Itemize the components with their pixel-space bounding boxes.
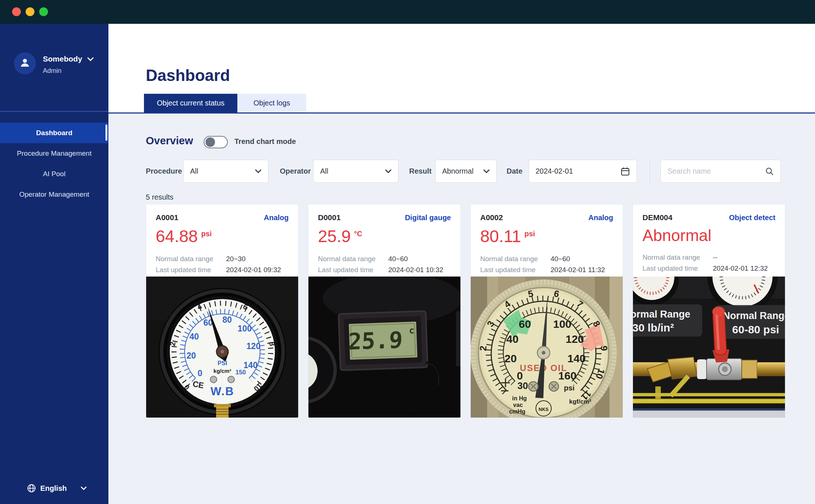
object-type-tag: Object detect xyxy=(729,214,775,222)
dial-number: 120 xyxy=(566,333,584,345)
operator-select-value: All xyxy=(320,167,328,175)
user-icon xyxy=(19,57,30,70)
range-plate-text: 60-80 psi xyxy=(732,323,779,336)
date-input[interactable]: 2024-02-01 xyxy=(529,160,637,183)
object-unit: psi xyxy=(201,230,212,238)
dial-number: 100 xyxy=(553,318,571,330)
last-updated-value: 2024-02-01 10:32 xyxy=(388,264,443,275)
zoom-window-button[interactable] xyxy=(39,7,48,16)
sidebar-item-operator-management[interactable]: Operator Management xyxy=(0,184,108,205)
object-value: Abnormal xyxy=(642,226,775,245)
card-text: DEM004 Object detect Abnormal Normal dat… xyxy=(633,204,785,274)
oil-gauge-illustration: 0 20 40 60 100 120 140 160 2 3 4 xyxy=(471,277,623,418)
result-filter-label: Result xyxy=(409,160,431,183)
tab-object-current-status[interactable]: Object current status xyxy=(144,94,237,112)
range-plate-text: 30 lb/in² xyxy=(633,322,674,334)
sidebar-item-procedure-management[interactable]: Procedure Management xyxy=(0,143,108,164)
tab-bar: Object current status Object logs xyxy=(144,94,306,112)
object-value: 64.88psi xyxy=(156,226,289,246)
object-name: A0001 xyxy=(156,213,178,222)
sidebar-item-ai-pool[interactable]: AI Pool xyxy=(0,164,108,184)
sidebar-nav: Dashboard Procedure Management AI Pool O… xyxy=(0,112,108,205)
dial-number: 80 xyxy=(222,315,232,325)
card-text: A0002 Analog 80.11psi Normal data range4… xyxy=(471,204,623,275)
digital-gauge-illustration: 25.9 c xyxy=(308,277,460,418)
object-card-a0001[interactable]: A0001 Analog 64.88psi Normal data range2… xyxy=(146,204,299,418)
sidebar: Somebody Admin Dashboard Procedure Manag… xyxy=(0,24,108,504)
search-icon[interactable] xyxy=(765,167,774,176)
chevron-down-icon xyxy=(483,169,490,173)
page-title: Dashboard xyxy=(146,66,230,85)
vac-value: 30 xyxy=(518,380,528,391)
close-window-button[interactable] xyxy=(12,7,21,16)
brand-label: W.B xyxy=(211,385,234,398)
dial-number: 20 xyxy=(186,351,196,360)
dial-number: 150 xyxy=(236,369,246,376)
sidebar-scrollbar-thumb[interactable] xyxy=(105,125,107,141)
last-updated-value: 2024-02-01 11:32 xyxy=(551,264,605,275)
trend-chart-toggle-label: Trend chart mode xyxy=(234,137,296,146)
dial-number: 40 xyxy=(189,332,199,341)
last-updated-value: 2024-02-01 09:32 xyxy=(226,264,281,275)
minimize-window-button[interactable] xyxy=(26,7,34,16)
dial-number: 20 xyxy=(504,352,516,364)
search-input[interactable] xyxy=(667,167,755,175)
normal-range-value: 40~60 xyxy=(551,253,570,264)
user-role: Admin xyxy=(43,67,62,75)
dial-number: 60 xyxy=(519,318,531,330)
dial-number: 140 xyxy=(567,352,586,364)
object-unit: °C xyxy=(354,230,362,238)
dial-number: 40 xyxy=(506,333,518,345)
procedure-select[interactable]: All xyxy=(183,160,268,183)
chevron-down-icon xyxy=(385,169,392,173)
object-name: DEM004 xyxy=(642,213,673,222)
avatar[interactable] xyxy=(14,52,36,74)
pipe-valve-photo: Normal Range 30 lb/in² Normal Range 60-8… xyxy=(633,277,785,418)
tab-object-logs[interactable]: Object logs xyxy=(237,94,306,112)
object-type-tag: Analog xyxy=(588,214,613,222)
last-updated-label: Last updated time xyxy=(642,263,713,274)
analog-gauge-photo: 0 20 40 60 80 100 120 140 150 0 2 xyxy=(146,277,298,418)
operator-filter-label: Operator xyxy=(280,160,311,183)
vac-unit: cmHg xyxy=(509,408,525,415)
last-updated-value: 2024-02-01 12:32 xyxy=(713,263,768,274)
object-unit: psi xyxy=(525,230,535,238)
main-area: Dashboard Object current status Object l… xyxy=(108,24,815,504)
psi-label: PSI xyxy=(218,360,227,366)
dial-number: 120 xyxy=(247,341,260,351)
object-name: D0001 xyxy=(318,213,341,222)
dial-number: 100 xyxy=(238,324,252,333)
lcd-value: 25.9 xyxy=(348,326,403,355)
card-text: A0001 Analog 64.88psi Normal data range2… xyxy=(146,204,298,275)
object-card-a0002[interactable]: A0002 Analog 80.11psi Normal data range4… xyxy=(470,204,623,418)
pipe-valve-illustration: Normal Range 30 lb/in² Normal Range 60-8… xyxy=(633,277,785,418)
unit-label: kg/cm² xyxy=(214,368,231,374)
ce-mark: CE xyxy=(192,379,204,390)
object-value: 25.9°C xyxy=(318,226,451,246)
procedure-select-value: All xyxy=(190,167,198,175)
object-card-dem004[interactable]: DEM004 Object detect Abnormal Normal dat… xyxy=(633,204,785,418)
dial-number: 0 xyxy=(198,368,203,378)
digital-gauge-photo: 25.9 c xyxy=(308,277,460,418)
range-plate-text: Normal Range xyxy=(633,309,690,320)
wb-gauge-illustration: 0 20 40 60 80 100 120 140 150 0 2 xyxy=(146,277,298,418)
chevron-down-icon xyxy=(81,486,87,490)
overview-heading: Overview xyxy=(146,135,193,147)
range-plate-text: Normal Range xyxy=(723,310,785,321)
normal-range-label: Normal data range xyxy=(318,253,388,264)
language-selector[interactable]: English xyxy=(27,482,87,494)
chevron-down-icon xyxy=(87,57,94,61)
lcd-degree: c xyxy=(409,325,414,336)
maker-logo: NKS xyxy=(538,407,549,412)
user-menu[interactable]: Somebody xyxy=(43,55,94,63)
filter-divider xyxy=(649,158,650,185)
result-select[interactable]: Abnormal xyxy=(435,160,497,183)
sidebar-item-dashboard[interactable]: Dashboard xyxy=(0,123,108,143)
normal-range-label: Normal data range xyxy=(480,253,551,264)
object-value: 80.11psi xyxy=(480,226,613,246)
oil-gauge-photo: 0 20 40 60 100 120 140 160 2 3 4 xyxy=(471,277,623,418)
date-filter-label: Date xyxy=(507,160,522,183)
trend-chart-toggle[interactable] xyxy=(204,136,228,148)
operator-select[interactable]: All xyxy=(313,160,399,183)
object-card-d0001[interactable]: D0001 Digital gauge 25.9°C Normal data r… xyxy=(308,204,461,418)
